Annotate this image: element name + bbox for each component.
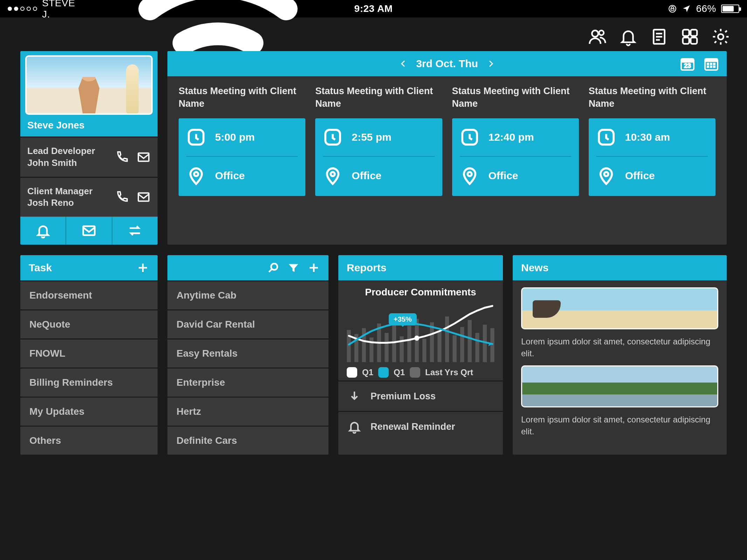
svg-rect-6: [691, 30, 697, 36]
meeting-card[interactable]: Status Meeting with Client Name 5:00 pm …: [174, 85, 310, 196]
reports-panel: Reports Producer Commitments +35% Q1 Q1: [338, 255, 503, 455]
meeting-card[interactable]: Status Meeting with Client Name 10:30 am…: [585, 85, 720, 196]
add-button[interactable]: [307, 261, 320, 274]
client-item[interactable]: Enterprise: [167, 368, 328, 397]
document-icon[interactable]: [650, 27, 669, 46]
svg-point-2: [592, 30, 598, 37]
profile-notifications-button[interactable]: [20, 217, 65, 245]
producer-commitments-chart[interactable]: +35%: [347, 301, 494, 364]
meeting-title: Status Meeting with Client Name: [179, 85, 305, 112]
clients-panel: Anytime CabDavid Car RentalEasy RentalsE…: [167, 255, 328, 455]
svg-rect-14: [681, 59, 694, 62]
search-icon[interactable]: [267, 261, 279, 274]
add-task-button[interactable]: [137, 261, 149, 274]
meeting-card[interactable]: Status Meeting with Client Name 12:40 pm…: [448, 85, 583, 196]
bell-icon[interactable]: [619, 27, 638, 46]
ios-status-bar: STEVE J. 9:23 AM 66%: [0, 0, 747, 18]
mail-icon[interactable]: [137, 190, 151, 204]
svg-point-9: [718, 34, 724, 40]
filter-icon[interactable]: [287, 261, 300, 274]
task-item[interactable]: My Updates: [20, 397, 158, 426]
reports-title: Reports: [347, 262, 386, 274]
schedule-date-label: 3rd Oct. Thu: [416, 58, 478, 70]
clock-icon: [186, 127, 206, 147]
phone-icon[interactable]: [115, 150, 129, 164]
svg-rect-21: [707, 66, 709, 68]
profile-photo[interactable]: [25, 55, 153, 115]
client-item[interactable]: Definite Cars: [167, 426, 328, 455]
bell-icon: [347, 420, 361, 434]
mail-icon[interactable]: [137, 150, 151, 164]
location-icon: [682, 4, 691, 13]
contact-role: Lead Developer: [27, 145, 95, 157]
meeting-location: Office: [215, 170, 245, 182]
meeting-title: Status Meeting with Client Name: [589, 85, 715, 112]
svg-rect-17: [705, 59, 718, 62]
meeting-card[interactable]: Status Meeting with Client Name 2:55 pm …: [311, 85, 446, 196]
news-title: News: [521, 262, 548, 274]
svg-rect-22: [710, 66, 712, 68]
meeting-time: 12:40 pm: [489, 131, 534, 143]
news-caption-1: Lorem ipsum dolor sit amet, consectetur …: [521, 336, 718, 359]
arrow-down-icon: [347, 389, 361, 403]
schedule-panel: 3rd Oct. Thu 23: [167, 51, 727, 245]
task-item[interactable]: NeQuote: [20, 309, 158, 338]
settings-gear-icon[interactable]: [711, 27, 730, 46]
chart-delta-badge: +35%: [389, 313, 417, 326]
svg-rect-43: [422, 339, 426, 362]
battery-pct: 66%: [696, 3, 716, 14]
mail-icon: [81, 223, 97, 238]
svg-rect-23: [713, 66, 715, 68]
svg-rect-5: [683, 30, 689, 36]
svg-rect-50: [475, 333, 479, 362]
carrier-label: STEVE J.: [42, 0, 77, 20]
contact-name: John Smith: [27, 157, 95, 169]
signal-dots-icon: [8, 7, 37, 11]
client-item[interactable]: Easy Rentals: [167, 338, 328, 368]
task-item[interactable]: FNOWL: [20, 338, 158, 368]
svg-rect-19: [710, 63, 712, 65]
profile-mail-button[interactable]: [65, 217, 111, 245]
legend-label: Q1: [362, 368, 373, 377]
profile-action-bar: [20, 217, 158, 245]
meeting-time: 5:00 pm: [215, 131, 255, 143]
calendar-day-icon[interactable]: 23: [679, 55, 696, 72]
apps-grid-icon[interactable]: [680, 27, 699, 46]
legend-label: Last Yrs Qrt: [425, 368, 473, 377]
battery-icon: [721, 5, 739, 13]
next-day-button[interactable]: [486, 59, 495, 68]
bell-icon: [35, 223, 51, 238]
svg-rect-18: [707, 63, 709, 65]
client-item[interactable]: David Car Rental: [167, 309, 328, 338]
svg-point-29: [468, 172, 472, 176]
task-item[interactable]: Endorsement: [20, 280, 158, 309]
profile-sync-button[interactable]: [112, 217, 158, 245]
client-item[interactable]: Anytime Cab: [167, 280, 328, 309]
svg-rect-48: [460, 327, 464, 362]
people-icon[interactable]: [588, 27, 607, 46]
tasks-panel: Task EndorsementNeQuoteFNOWLBilling Remi…: [20, 255, 158, 455]
svg-rect-20: [713, 63, 715, 65]
clock-icon: [460, 127, 479, 147]
task-item[interactable]: Others: [20, 426, 158, 455]
legend-label: Q1: [394, 368, 405, 377]
contact-client-manager[interactable]: Client Manager Josh Reno: [20, 177, 158, 217]
report-row[interactable]: Premium Loss: [338, 380, 503, 411]
svg-rect-52: [490, 328, 494, 362]
location-pin-icon: [323, 166, 343, 186]
clock-icon: [596, 127, 616, 147]
client-item[interactable]: Hertz: [167, 397, 328, 426]
location-pin-icon: [596, 166, 616, 186]
news-image-2[interactable]: [521, 365, 718, 407]
contact-lead-developer[interactable]: Lead Developer John Smith: [20, 136, 158, 177]
svg-point-3: [599, 30, 604, 35]
calendar-month-icon[interactable]: [703, 55, 720, 72]
phone-icon[interactable]: [115, 190, 129, 204]
news-caption-2: Lorem ipsum dolor sit amet, consectetur …: [521, 414, 718, 437]
task-item[interactable]: Billing Reminders: [20, 368, 158, 397]
report-row[interactable]: Renewal Reminder: [338, 411, 503, 441]
prev-day-button[interactable]: [399, 59, 408, 68]
meeting-time: 10:30 am: [625, 131, 670, 143]
news-image-1[interactable]: [521, 287, 718, 329]
meeting-time: 2:55 pm: [352, 131, 391, 143]
